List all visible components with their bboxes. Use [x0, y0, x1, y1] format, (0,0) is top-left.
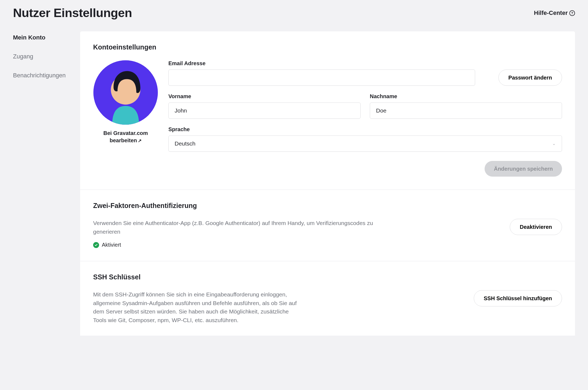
help-icon: ?: [569, 10, 575, 16]
firstname-label: Vorname: [168, 93, 361, 100]
language-label: Sprache: [168, 126, 562, 133]
sidebar-item-access[interactable]: Zugang: [13, 53, 80, 60]
email-field[interactable]: [168, 70, 475, 86]
change-password-button[interactable]: Passwort ändern: [498, 70, 562, 86]
settings-panel: Kontoeinstellungen Bei Gravat: [80, 31, 575, 336]
external-link-icon: ↗: [138, 138, 142, 143]
section-two-factor: Zwei-Faktoren-Authentifizierung Verwende…: [80, 190, 575, 261]
page-title: Nutzer Einstellungen: [13, 6, 132, 20]
language-select[interactable]: Deutsch ⌄: [168, 135, 562, 152]
chevron-down-icon: ⌄: [552, 141, 556, 146]
avatar: [93, 60, 158, 125]
section-account: Kontoeinstellungen Bei Gravat: [80, 31, 575, 190]
language-value: Deutsch: [175, 140, 195, 147]
sidebar-item-account[interactable]: Mein Konto: [13, 34, 80, 41]
two-factor-description: Verwenden Sie eine Authenticator-App (z.…: [93, 219, 391, 236]
deactivate-2fa-button[interactable]: Deaktivieren: [510, 219, 562, 235]
firstname-field[interactable]: [168, 103, 361, 119]
two-factor-title: Zwei-Faktoren-Authentifizierung: [93, 202, 562, 210]
section-ssh: SSH Schlüssel Mit dem SSH-Zugriff können…: [80, 261, 575, 336]
sidebar-item-notifications[interactable]: Benachrichtigungen: [13, 72, 80, 79]
help-center-link[interactable]: Hilfe-Center ?: [534, 9, 575, 16]
add-ssh-key-button[interactable]: SSH Schlüssel hinzufügen: [474, 290, 562, 306]
help-center-label: Hilfe-Center: [534, 9, 568, 16]
two-factor-status: Aktiviert: [102, 242, 121, 248]
avatar-icon: [93, 60, 158, 125]
save-changes-button: Änderungen speichern: [485, 161, 562, 177]
email-label: Email Adresse: [168, 60, 475, 67]
edit-gravatar-link[interactable]: Bei Gravatar.com bearbeiten↗: [93, 130, 158, 144]
section-account-title: Kontoeinstellungen: [93, 43, 562, 51]
ssh-title: SSH Schlüssel: [93, 273, 562, 281]
ssh-description: Mit dem SSH-Zugriff können Sie sich in e…: [93, 290, 302, 324]
sidebar: Mein Konto Zugang Benachrichtigungen: [13, 31, 80, 91]
lastname-field[interactable]: [370, 103, 562, 119]
check-icon: [93, 242, 99, 248]
lastname-label: Nachname: [370, 93, 562, 100]
